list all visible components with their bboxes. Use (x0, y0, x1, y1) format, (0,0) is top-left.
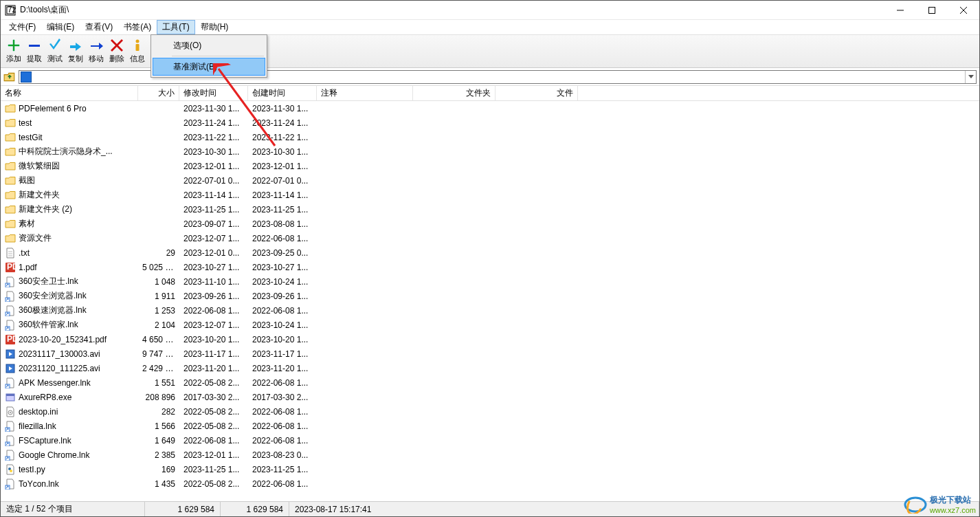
col-comment[interactable]: 注释 (317, 86, 413, 100)
file-list[interactable]: PDFelement 6 Pro2023-11-30 1...2023-11-3… (1, 101, 979, 501)
lnk-icon (5, 305, 16, 316)
file-row[interactable]: 360极速浏览器.lnk1 2532022-06-08 1...2022-06-… (1, 303, 979, 318)
file-name: 新建文件夹 (2) (19, 204, 72, 215)
up-folder-icon[interactable] (3, 71, 16, 83)
file-row[interactable]: PDFelement 6 Pro2023-11-30 1...2023-11-3… (1, 101, 979, 116)
file-row[interactable]: 20231120_111225.avi2 429 2302023-11-20 1… (1, 361, 979, 375)
col-name[interactable]: 名称 (1, 86, 138, 100)
toolbar-move-button[interactable]: 移动 (86, 36, 107, 67)
file-row[interactable]: AxureRP8.exe208 8962017-03-30 2...2017-0… (1, 390, 979, 404)
file-size: 282 (138, 407, 179, 417)
py-icon (5, 464, 16, 475)
minimize-button[interactable] (884, 1, 916, 20)
file-row[interactable]: PDF1.pdf5 025 0172023-10-27 1...2023-10-… (1, 260, 979, 274)
file-created: 2023-10-24 1... (248, 277, 317, 287)
move-icon (89, 38, 103, 52)
lnk-icon (5, 450, 16, 461)
col-files[interactable]: 文件 (495, 86, 578, 100)
file-name: filezilla.lnk (19, 421, 56, 431)
statusbar: 选定 1 / 52 个项目 1 629 584 1 629 584 2023-0… (1, 501, 979, 516)
file-row[interactable]: ToYcon.lnk1 4352022-05-08 2...2022-06-08… (1, 476, 979, 491)
file-modified: 2023-11-24 1... (179, 118, 248, 128)
lnk-icon (5, 291, 16, 302)
column-header-row: 名称 大小 修改时间 创建时间 注释 文件夹 文件 (1, 86, 979, 101)
file-row[interactable]: PDF2023-10-20_152341.pdf4 650 9862023-10… (1, 332, 979, 346)
file-row[interactable]: 中科院院士演示隐身术_...2023-10-30 1...2023-10-30 … (1, 144, 979, 159)
menu-item[interactable]: 文件(F) (3, 20, 41, 34)
toolbar-copy-button[interactable]: 复制 (65, 36, 86, 67)
file-row[interactable]: testGit2023-11-22 1...2023-11-22 1... (1, 130, 979, 144)
file-name: 微软繁细圆 (19, 160, 60, 172)
file-modified: 2022-05-08 2... (179, 479, 248, 489)
file-row[interactable]: filezilla.lnk1 5662022-05-08 2...2022-06… (1, 419, 979, 433)
close-button[interactable] (948, 1, 979, 20)
menu-item[interactable]: 帮助(H) (195, 20, 234, 34)
col-modified[interactable]: 修改时间 (179, 86, 248, 100)
dropdown-item[interactable]: 选项(O) (153, 36, 265, 54)
svg-point-32 (10, 470, 12, 472)
folder-icon (5, 146, 16, 157)
file-row[interactable]: 360安全浏览器.lnk1 9112023-09-26 1...2023-09-… (1, 289, 979, 303)
file-modified: 2023-11-25 1... (179, 205, 248, 214)
toolbar-check-button[interactable]: 测试 (45, 36, 65, 67)
status-size1: 1 629 584 (145, 502, 221, 516)
toolbar-x-button[interactable]: 删除 (107, 36, 127, 67)
file-created: 2022-06-08 1... (248, 378, 317, 388)
col-folders[interactable]: 文件夹 (413, 86, 495, 100)
file-row[interactable]: 新建文件夹2023-11-14 1...2023-11-14 1... (1, 188, 979, 202)
file-name: Google Chrome.lnk (19, 450, 89, 460)
window-title: D:\tools\桌面\ (20, 4, 884, 16)
file-row[interactable]: test2023-11-24 1...2023-11-24 1... (1, 116, 979, 130)
file-row[interactable]: 素材2023-09-07 1...2023-08-08 1... (1, 217, 979, 231)
file-size: 1 253 (138, 306, 179, 316)
file-modified: 2017-03-30 2... (179, 393, 248, 402)
file-modified: 2023-09-07 1... (179, 219, 248, 229)
file-row[interactable]: FSCapture.lnk1 6492022-06-08 1...2022-06… (1, 433, 979, 448)
file-row[interactable]: 微软繁细圆2023-12-01 1...2023-12-01 1... (1, 159, 979, 173)
svg-text:7z: 7z (8, 5, 16, 14)
file-row[interactable]: 新建文件夹 (2)2023-11-25 1...2023-11-25 1... (1, 202, 979, 217)
file-name: 截图 (19, 175, 35, 186)
file-created: 2023-11-22 1... (248, 133, 317, 142)
folder-icon (5, 103, 16, 114)
file-created: 2023-11-17 1... (248, 349, 317, 359)
menu-item[interactable]: 工具(T) (157, 20, 194, 34)
avi-icon (5, 363, 16, 374)
toolbar-plus-button[interactable]: 添加 (3, 36, 24, 67)
menu-item[interactable]: 编辑(E) (41, 20, 80, 34)
menu-item[interactable]: 书签(A) (118, 20, 157, 34)
col-created[interactable]: 创建时间 (248, 86, 317, 100)
file-created: 2023-11-30 1... (248, 104, 317, 113)
file-created: 2023-10-24 1... (248, 320, 317, 330)
file-created: 2022-06-08 1... (248, 421, 317, 431)
toolbar-info-button[interactable]: 信息 (127, 36, 148, 67)
file-row[interactable]: 20231117_130003.avi9 747 2422023-11-17 1… (1, 346, 979, 361)
file-row[interactable]: desktop.ini2822022-05-08 2...2022-06-08 … (1, 404, 979, 419)
file-row[interactable]: 360安全卫士.lnk1 0482023-11-10 1...2023-10-2… (1, 274, 979, 289)
file-modified: 2022-06-08 1... (179, 306, 248, 316)
file-row[interactable]: .txt292023-12-01 0...2023-09-25 0... (1, 245, 979, 260)
svg-rect-9 (136, 44, 140, 51)
file-name: 20231120_111225.avi (19, 364, 100, 373)
pathbar (1, 68, 979, 86)
file-row[interactable]: 资源文件2023-12-07 1...2022-06-08 1... (1, 231, 979, 245)
file-row[interactable]: Google Chrome.lnk2 3852023-12-01 1...202… (1, 448, 979, 462)
file-row[interactable]: testI.py1692023-11-25 1...2023-11-25 1..… (1, 462, 979, 476)
file-row[interactable]: 截图2022-07-01 0...2022-07-01 0... (1, 173, 979, 188)
file-created: 2023-11-25 1... (248, 465, 317, 474)
col-size[interactable]: 大小 (138, 86, 179, 100)
maximize-button[interactable] (916, 1, 948, 20)
lnk-icon (5, 435, 16, 446)
file-modified: 2023-12-07 1... (179, 234, 248, 243)
dropdown-item[interactable]: 基准测试(B) (153, 58, 265, 76)
file-name: 360安全卫士.lnk (19, 276, 78, 287)
file-row[interactable]: 360软件管家.lnk2 1042023-12-07 1...2023-10-2… (1, 318, 979, 332)
file-row[interactable]: APK Messenger.lnk1 5512022-05-08 2...202… (1, 375, 979, 390)
svg-rect-4 (929, 7, 935, 13)
toolbar-minus-button[interactable]: 提取 (24, 36, 45, 67)
svg-text:PDF: PDF (7, 262, 16, 272)
file-created: 2022-06-08 1... (248, 234, 317, 243)
plus-icon (7, 38, 21, 52)
chevron-down-icon[interactable] (965, 71, 976, 83)
menu-item[interactable]: 查看(V) (80, 20, 118, 34)
